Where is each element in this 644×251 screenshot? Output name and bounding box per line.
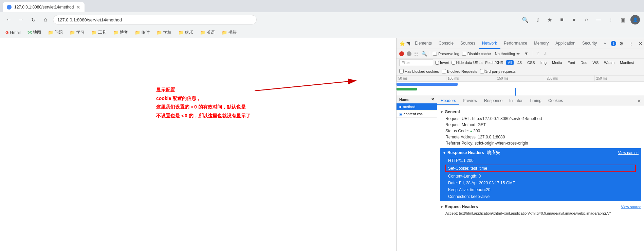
third-party-requests-checkbox[interactable]: 3rd-party requests [480, 69, 516, 73]
bookmark-yingyu[interactable]: 📁 英语 [197, 28, 218, 37]
window-icon[interactable]: ▣ [618, 15, 628, 24]
bookmark-xuexiao[interactable]: 📁 学校 [154, 28, 174, 37]
filter-all[interactable]: All [506, 60, 514, 65]
devtools-close-button[interactable]: ✕ [637, 39, 644, 48]
bookmark-xuexi[interactable]: 📁 学习 [67, 28, 87, 37]
devtools-settings-button[interactable]: ⚙ [618, 39, 626, 48]
ruler-mark-200: 200 ms [545, 76, 594, 81]
page-area: 显示配置 cookie 配置的信息， 这里我们设置的＜0 的有效时间，默认也是 … [0, 38, 644, 251]
home-button[interactable]: ⌂ [41, 15, 50, 24]
forward-button[interactable]: → [16, 15, 26, 24]
detail-tab-cookies[interactable]: Cookies [545, 97, 566, 105]
profile-avatar[interactable]: 👤 [630, 15, 640, 24]
view-parsed-link[interactable]: View parsed [618, 151, 639, 155]
throttle-select[interactable]: No throttling [494, 51, 521, 56]
bookmark-shuji[interactable]: 📁 书籍 [219, 28, 239, 37]
request-item-method[interactable]: ■ method [397, 103, 437, 111]
device-toolbar-button[interactable]: ◥ [406, 39, 410, 48]
request-headers-section: ▼ Request Headers View source Accept: te… [440, 203, 641, 216]
separator [430, 51, 430, 56]
share-icon[interactable]: ⇧ [533, 15, 542, 24]
extension-icon3[interactable]: ○ [582, 15, 591, 24]
bookmark-linshi[interactable]: 📁 临时 [132, 28, 152, 37]
detail-close-button[interactable]: ✕ [634, 97, 644, 105]
export-button[interactable]: ⇩ [543, 51, 548, 56]
tab-network[interactable]: Network [479, 38, 500, 49]
bookmark-yule[interactable]: 📁 娱乐 [176, 28, 196, 37]
extension-icon1[interactable]: ■ [557, 15, 567, 24]
blocked-requests-label: Blocked Requests [447, 69, 477, 73]
record-button[interactable] [399, 51, 404, 56]
filter-doc[interactable]: Doc [579, 60, 589, 65]
devtools-more-button[interactable]: ⋮ [627, 39, 635, 48]
filter-css[interactable]: CSS [526, 60, 537, 65]
bookmark-gongju[interactable]: 📁 工具 [89, 28, 109, 37]
detail-tab-preview[interactable]: Preview [459, 97, 481, 105]
bookmarks-bar: G Gmail 🗺 地图 📁 问题 📁 学习 📁 工具 📁 博客 📁 临时 📁 [0, 27, 644, 38]
detail-tab-initiator[interactable]: Initiator [506, 97, 526, 105]
invert-checkbox[interactable]: Invert [435, 61, 449, 65]
download-icon[interactable]: ↓ [606, 15, 615, 24]
bookmark-label: 学校 [163, 30, 171, 35]
ruler-mark-150: 150 ms [496, 76, 545, 81]
hide-data-urls-checkbox[interactable]: Hide data URLs [452, 61, 483, 65]
back-button[interactable]: ← [4, 15, 14, 24]
tab-security[interactable]: Security [579, 38, 600, 49]
requests-header: Name ✕ [397, 96, 437, 103]
keep-alive-row: Keep-Alive: timeout=20 [440, 186, 641, 193]
filter-media[interactable]: Media [550, 60, 564, 65]
detail-tab-timing[interactable]: Timing [526, 97, 545, 105]
filter-js[interactable]: JS [516, 60, 523, 65]
bookmark-icon[interactable]: ★ [545, 15, 554, 24]
search-icon[interactable]: 🔍 [520, 15, 530, 24]
browser-tab[interactable]: 127.0.0.1:8080/servlet14/method ✕ [3, 2, 85, 12]
import-button[interactable]: ⇧ [535, 51, 540, 56]
close-panel-button[interactable]: ✕ [431, 97, 434, 102]
folder-icon: 📁 [178, 30, 184, 35]
ruler-mark-250: 250 ms [594, 76, 644, 81]
tab-more[interactable]: » [600, 38, 609, 49]
tab-application[interactable]: Application [552, 38, 579, 49]
blocked-requests-checkbox[interactable]: Blocked Requests [442, 69, 477, 73]
bar-green [397, 88, 417, 90]
preserve-log-checkbox[interactable]: Preserve log [433, 52, 459, 56]
tab-elements[interactable]: Elements [411, 38, 435, 49]
filter-input[interactable] [399, 59, 433, 66]
bookmark-ditu[interactable]: 🗺 地图 [25, 28, 44, 37]
tab-sources[interactable]: Sources [457, 38, 479, 49]
filter-manifest[interactable]: Manifest [618, 60, 636, 65]
reload-button[interactable]: ↻ [29, 15, 38, 24]
filter-wasm[interactable]: Wasm [602, 60, 616, 65]
clear-button[interactable] [407, 51, 411, 56]
tab-memory[interactable]: Memory [531, 38, 552, 49]
bar-row-1 [397, 83, 644, 86]
tab-console[interactable]: Console [435, 38, 457, 49]
address-input[interactable] [53, 15, 257, 24]
bookmark-wenti[interactable]: 📁 问题 [45, 28, 66, 37]
filter-font[interactable]: Font [566, 60, 577, 65]
general-section-header[interactable]: ▼ General [440, 108, 641, 116]
request-item-content-css[interactable]: ▣ content.css [397, 111, 437, 118]
detail-tab-headers[interactable]: Headers [437, 97, 459, 105]
throttle-down-button[interactable]: ▼ [523, 51, 529, 56]
folder-icon: 📁 [200, 30, 205, 35]
element-picker-button[interactable]: ⭐ [399, 39, 405, 48]
filter-button[interactable]: ☷ [414, 51, 419, 56]
extension-icon4[interactable]: ⸻ [594, 15, 603, 24]
tab-performance[interactable]: Performance [500, 38, 531, 49]
search-button[interactable]: 🔍 [421, 51, 427, 56]
http-version-row: HTTP/1.1 200 [440, 157, 641, 164]
request-url-key: Request URL: [445, 116, 471, 121]
filter-ws[interactable]: WS [591, 60, 601, 65]
tab-close-button[interactable]: ✕ [76, 4, 80, 10]
filter-img[interactable]: Img [539, 60, 548, 65]
has-blocked-cookies-checkbox[interactable]: Has blocked cookies [399, 69, 439, 73]
disable-cache-checkbox[interactable]: Disable cache [462, 52, 491, 56]
extension-icon2[interactable]: ● [569, 15, 579, 24]
bookmark-boke[interactable]: 📁 博客 [110, 28, 131, 37]
view-source-link[interactable]: View source [621, 205, 641, 209]
bookmark-gmail[interactable]: G Gmail [3, 29, 23, 36]
folder-icon: 📁 [157, 30, 162, 35]
request-method-key: Request Method: [445, 122, 476, 127]
detail-tab-response[interactable]: Response [481, 97, 506, 105]
